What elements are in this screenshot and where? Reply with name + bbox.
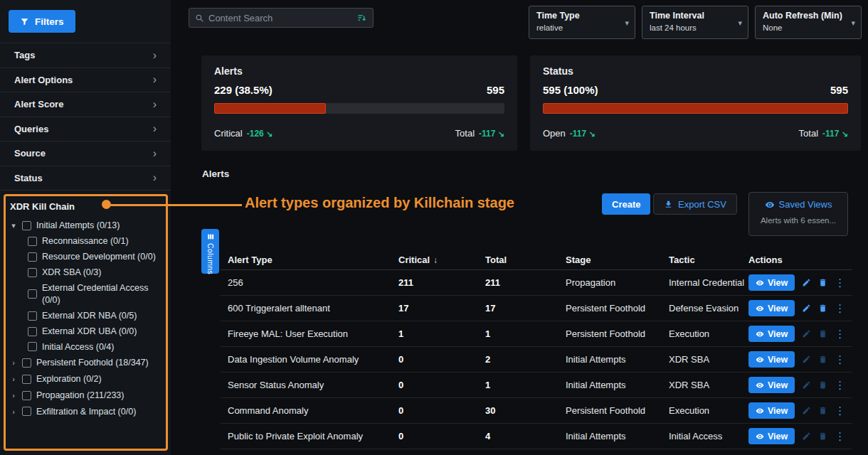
edit-icon[interactable] <box>802 304 811 313</box>
checkbox-xdr-sba[interactable] <box>28 268 37 277</box>
saved-views-button[interactable]: Saved Views Alerts with 6 essen... <box>748 192 848 236</box>
more-options-icon[interactable]: ⋮ <box>835 380 845 390</box>
header-stage[interactable]: Stage <box>566 255 669 265</box>
eye-icon <box>756 407 764 415</box>
more-options-icon[interactable]: ⋮ <box>835 277 845 288</box>
tree-item-resource-development[interactable]: Resource Development (0/0) <box>28 250 164 265</box>
chevron-right-icon: › <box>10 407 17 416</box>
checkbox-resource-development[interactable] <box>28 252 37 262</box>
checkbox-propagation[interactable] <box>22 391 31 400</box>
view-button[interactable]: View <box>748 300 795 316</box>
checkbox-external-xdr-nba[interactable] <box>28 311 37 321</box>
delete-icon[interactable] <box>818 304 827 313</box>
delete-icon[interactable] <box>818 380 827 390</box>
checkbox-external-xdr-uba[interactable] <box>28 327 37 336</box>
time-type-dropdown[interactable]: Time Type relative ▾ <box>529 6 635 39</box>
saved-views-label: Saved Views <box>779 199 832 210</box>
checkbox-initial-access[interactable] <box>28 342 37 351</box>
columns-button[interactable]: Columns <box>201 229 219 274</box>
header-critical[interactable]: Critical↓ <box>398 255 485 265</box>
delete-icon[interactable] <box>818 432 827 441</box>
table-row: 256 211 211 Propagation Internal Credent… <box>221 270 852 296</box>
tree-item-persistent-foothold[interactable]: › Persistent Foothold (18/347) <box>10 355 164 371</box>
sidebar-item-tags[interactable]: Tags › <box>0 43 171 68</box>
more-options-icon[interactable]: ⋮ <box>835 405 845 416</box>
tree-item-external-credential-access[interactable]: External Credential Access (0/0) <box>28 281 164 309</box>
header-total[interactable]: Total <box>485 255 566 265</box>
cell-total: 17 <box>485 303 566 314</box>
tree-item-reconnaissance[interactable]: Reconnaissance (0/1) <box>28 234 164 250</box>
sidebar-item-alert-score[interactable]: Alert Score › <box>0 92 171 117</box>
chevron-right-icon: › <box>10 358 17 367</box>
checkbox-exfiltration-impact[interactable] <box>22 407 31 416</box>
cell-critical: 211 <box>398 277 485 288</box>
filters-button[interactable]: Filters <box>9 10 75 33</box>
checkbox-reconnaissance[interactable] <box>28 237 37 246</box>
edit-icon[interactable] <box>802 432 811 441</box>
sidebar: Filters Tags › Alert Options › Alert Sco… <box>0 0 171 455</box>
more-options-icon[interactable]: ⋮ <box>835 431 845 441</box>
table-row: 600 Triggeralert alltenant 17 17 Persist… <box>221 296 852 321</box>
edit-icon[interactable] <box>802 329 811 338</box>
tree-item-exploration[interactable]: › Exploration (0/2) <box>10 371 164 387</box>
delete-icon[interactable] <box>818 278 827 287</box>
delete-icon[interactable] <box>818 329 827 338</box>
cell-actions: View ⋮ <box>748 326 852 342</box>
edit-icon[interactable] <box>802 355 811 364</box>
delete-icon[interactable] <box>818 406 827 415</box>
footer-left-label: Open <box>543 128 566 139</box>
checkbox-initial-attempts[interactable] <box>22 221 31 230</box>
sidebar-item-alert-options[interactable]: Alert Options › <box>0 68 171 93</box>
view-button[interactable]: View <box>748 377 795 393</box>
edit-icon[interactable] <box>802 406 811 415</box>
footer-right-label: Total <box>455 128 475 139</box>
view-button[interactable]: View <box>748 274 795 291</box>
edit-icon[interactable] <box>802 380 811 390</box>
filters-button-label: Filters <box>35 16 64 27</box>
eye-icon <box>756 381 764 390</box>
sidebar-item-source[interactable]: Source › <box>0 141 171 166</box>
more-options-icon[interactable]: ⋮ <box>835 328 845 339</box>
view-button-label: View <box>768 278 788 288</box>
checkbox-persistent-foothold[interactable] <box>22 358 31 368</box>
advanced-query-icon[interactable] <box>356 13 367 23</box>
delete-icon[interactable] <box>818 355 827 364</box>
time-interval-dropdown[interactable]: Time Interval last 24 hours ▾ <box>642 6 748 39</box>
tree-item-initial-attempts[interactable]: ▾ Initial Attempts (0/13) <box>10 218 164 234</box>
sidebar-item-queries[interactable]: Queries › <box>0 117 171 142</box>
view-button[interactable]: View <box>748 351 795 368</box>
eye-icon <box>756 304 764 313</box>
auto-refresh-dropdown[interactable]: Auto Refresh (Min) None ▾ <box>755 6 862 39</box>
view-button[interactable]: View <box>748 428 795 444</box>
sidebar-item-status[interactable]: Status › <box>0 166 171 191</box>
more-options-icon[interactable]: ⋮ <box>835 354 845 365</box>
view-button[interactable]: View <box>748 326 795 342</box>
cell-tactic: Defense Evasion <box>669 303 748 314</box>
checkbox-external-credential-access[interactable] <box>28 289 37 299</box>
tree-item-external-xdr-nba[interactable]: External XDR NBA (0/5) <box>28 308 164 323</box>
tree-item-propagation[interactable]: › Propagation (211/233) <box>10 387 164 404</box>
alerts-section-title: Alerts <box>202 168 229 179</box>
tree-item-external-xdr-uba[interactable]: External XDR UBA (0/0) <box>28 323 164 339</box>
tree-item-xdr-sba[interactable]: XDR SBA (0/3) <box>28 265 164 281</box>
content-search-input[interactable] <box>208 13 352 23</box>
tree-item-exfiltration-impact[interactable]: › Exfiltration & Impact (0/0) <box>10 404 164 420</box>
edit-icon[interactable] <box>802 278 811 287</box>
sidebar-item-xdr-kill-chain[interactable]: XDR Kill Chain <box>10 198 164 215</box>
cell-total: 1 <box>485 380 566 390</box>
view-button-label: View <box>768 329 788 339</box>
view-button[interactable]: View <box>748 402 795 419</box>
cell-total: 2 <box>485 354 566 365</box>
trend-down-icon: ↘ <box>589 129 596 138</box>
checkbox-exploration[interactable] <box>22 375 31 384</box>
header-alert-type[interactable]: Alert Type <box>228 255 398 265</box>
sort-desc-icon: ↓ <box>433 255 438 265</box>
export-csv-button[interactable]: Export CSV <box>653 193 737 215</box>
create-button[interactable]: Create <box>602 193 650 215</box>
tree-item-label: Exploration (0/2) <box>36 373 102 385</box>
header-tactic[interactable]: Tactic <box>669 255 748 265</box>
chevron-right-icon: › <box>10 391 17 400</box>
tree-item-initial-access[interactable]: Initial Access (0/4) <box>28 339 164 355</box>
more-options-icon[interactable]: ⋮ <box>835 303 845 314</box>
alerts-summary-card: Alerts 229 (38.5%) 595 Critical-126 ↘ To… <box>201 55 517 151</box>
